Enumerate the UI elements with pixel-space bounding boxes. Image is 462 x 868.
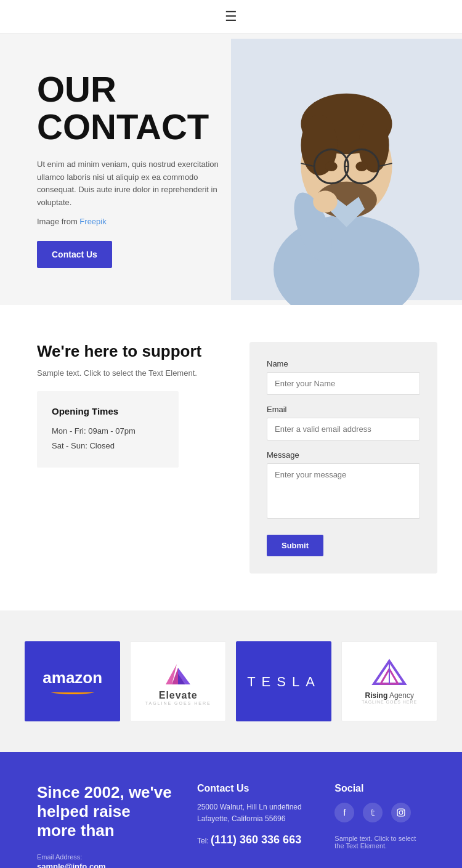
message-label: Message	[267, 450, 420, 460]
svg-point-13	[325, 161, 338, 171]
facebook-icon[interactable]: f	[334, 803, 354, 822]
footer-social-icons: f 𝕥	[334, 803, 425, 822]
elevate-svg	[160, 657, 197, 688]
footer-top: Since 2002, we've helped raise more than…	[0, 752, 462, 868]
message-field-group: Message	[267, 450, 420, 521]
tesla-logo-card: TESLA	[236, 641, 331, 721]
svg-text:TESLA: TESLA	[247, 674, 321, 689]
svg-point-28	[399, 811, 403, 814]
instagram-icon[interactable]	[391, 803, 411, 822]
support-right: Name Email Message Submit	[249, 342, 437, 574]
support-description: Sample text. Click to select the Text El…	[37, 367, 225, 379]
svg-rect-27	[397, 809, 405, 816]
opening-weekdays: Mon - Fri: 09am - 07pm	[52, 424, 164, 438]
footer-tel: (111) 360 336 663	[211, 834, 301, 846]
tesla-logo: TESLA	[247, 668, 321, 695]
support-section: We're here to support Sample text. Click…	[0, 305, 462, 610]
message-textarea[interactable]	[267, 463, 420, 519]
amazon-logo: amazon	[43, 668, 102, 694]
footer-col-contact: Contact Us 25000 Walnut, Hill Ln undefin…	[197, 783, 310, 868]
footer-tel-label: Tel: (111) 360 336 663	[197, 834, 310, 846]
navigation: ☰	[0, 0, 462, 34]
footer-social-title: Social	[334, 783, 425, 794]
footer-email: sample@info.com	[37, 862, 172, 868]
contact-form: Name Email Message Submit	[249, 342, 437, 574]
hero-person-svg	[231, 34, 462, 305]
support-title: We're here to support	[37, 342, 225, 361]
hero-content: OUR CONTACT Ut enim ad minim veniam, qui…	[0, 34, 254, 305]
footer-col-social: Social f 𝕥 Sample text. Click to select …	[334, 783, 425, 868]
email-input[interactable]	[267, 418, 420, 440]
amazon-logo-card: amazon	[25, 641, 120, 721]
elevate-tagline: TAGLINE GOES HERE	[145, 701, 211, 705]
footer-headline: Since 2002, we've helped raise more than	[37, 783, 172, 841]
contact-us-button[interactable]: Contact Us	[37, 241, 112, 268]
footer-address: 25000 Walnut, Hill Ln undefined Lafayett…	[197, 801, 310, 825]
rising-agency-logo-card: Rising Agency TAGLINE GOES HERE	[341, 641, 437, 721]
opening-times-box: Opening Times Mon - Fri: 09am - 07pm Sat…	[37, 391, 179, 468]
hero-title: OUR CONTACT	[37, 71, 230, 146]
hero-section: OUR CONTACT Ut enim ad minim veniam, qui…	[0, 34, 462, 305]
twitter-icon[interactable]: 𝕥	[363, 803, 383, 822]
amazon-smile	[51, 689, 94, 694]
elevate-name: Elevate	[145, 690, 211, 701]
svg-point-17	[313, 191, 337, 213]
submit-button[interactable]: Submit	[267, 535, 323, 556]
tesla-wordmark: TESLA	[247, 668, 321, 692]
name-field-group: Name	[267, 359, 420, 395]
opening-times-title: Opening Times	[52, 406, 164, 416]
opening-weekend: Sat - Sun: Closed	[52, 439, 164, 453]
rising-agency-logo: Rising Agency TAGLINE GOES HERE	[362, 658, 417, 704]
rising-agency-tagline: TAGLINE GOES HERE	[362, 700, 417, 704]
footer-contact-title: Contact Us	[197, 783, 310, 794]
footer-col-main: Since 2002, we've helped raise more than…	[37, 783, 172, 868]
support-left: We're here to support Sample text. Click…	[37, 342, 225, 468]
hamburger-icon[interactable]: ☰	[225, 9, 237, 25]
svg-point-29	[403, 810, 404, 811]
hero-image	[231, 34, 462, 305]
rising-agency-svg	[371, 658, 408, 689]
email-label: Email	[267, 405, 420, 414]
logos-section: amazon Elevate TAGLINE GOES HERE TESLA	[0, 610, 462, 752]
rising-agency-name-bold: Rising	[365, 691, 388, 700]
elevate-logo: Elevate TAGLINE GOES HERE	[145, 657, 211, 705]
name-label: Name	[267, 359, 420, 368]
footer-social-text: Sample text. Click to select the Text El…	[334, 835, 425, 850]
email-field-group: Email	[267, 405, 420, 440]
hero-image-credit: Image from Freepik	[37, 217, 230, 226]
name-input[interactable]	[267, 372, 420, 395]
footer-email-label: Email Address:	[37, 853, 172, 861]
svg-point-14	[355, 161, 368, 171]
rising-agency-name: Agency	[389, 691, 414, 700]
hero-description: Ut enim ad minim veniam, quis nostrud ex…	[37, 158, 230, 209]
freepik-link[interactable]: Freepik	[79, 217, 106, 226]
elevate-logo-card: Elevate TAGLINE GOES HERE	[130, 641, 226, 721]
